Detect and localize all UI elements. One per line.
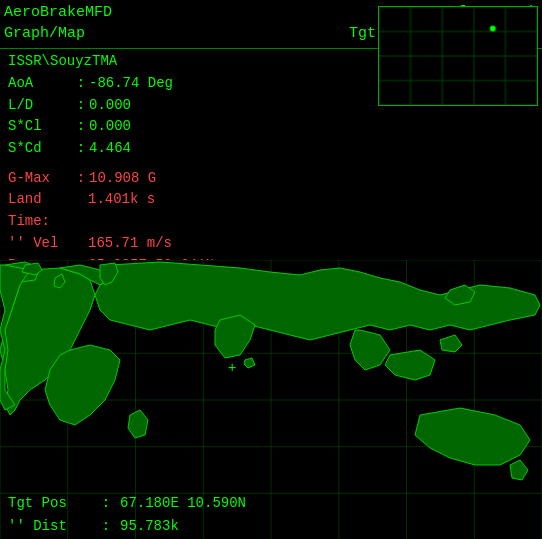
scl-value: 0.000: [89, 116, 131, 138]
tgt-pos-value: 67.180E 10.590N: [120, 492, 246, 514]
gmax-label: G-Max: [8, 168, 73, 190]
header-left: AeroBrakeMFD Graph/Map: [4, 2, 112, 44]
landtime-label: Land Time:: [8, 189, 88, 232]
aoa-value: -86.74 Deg: [89, 73, 173, 95]
tgt-pos-label: Tgt Pos: [8, 492, 98, 514]
graph-canvas: [379, 7, 537, 105]
vel-label: '' Vel: [8, 233, 88, 255]
scd-value: 4.464: [89, 138, 131, 160]
vel-row: '' Vel 165.71 m/s: [8, 233, 534, 255]
app-name: AeroBrakeMFD: [4, 2, 112, 23]
dist-row: '' Dist : 95.783k: [8, 515, 246, 537]
vel-value: 165.71 m/s: [88, 233, 172, 255]
tgt-label: Tgt: [349, 25, 376, 42]
tgt-pos-row: Tgt Pos : 67.180E 10.590N: [8, 492, 246, 514]
graph-panel: [378, 6, 538, 106]
dist-value: 95.783k: [120, 515, 179, 537]
landtime-value: 1.401k s: [88, 189, 155, 211]
landtime-row: Land Time: 1.401k s: [8, 189, 534, 232]
scd-row: S*Cd : 4.464: [8, 138, 534, 160]
screen: AeroBrakeMFD Graph/Map Ref Earth Tgt Soy…: [0, 0, 542, 539]
scl-label: S*Cl: [8, 116, 73, 138]
ld-value: 0.000: [89, 95, 131, 117]
scd-label: S*Cd: [8, 138, 73, 160]
mode-label: Graph/Map: [4, 23, 112, 44]
ld-label: L/D: [8, 95, 73, 117]
dist-label: '' Dist: [8, 515, 98, 537]
bottom-info: Tgt Pos : 67.180E 10.590N '' Dist : 95.7…: [8, 492, 246, 537]
gmax-row: G-Max : 10.908 G: [8, 168, 534, 190]
crosshair: +: [228, 360, 236, 376]
aoa-label: AoA: [8, 73, 73, 95]
gmax-value: 10.908 G: [89, 168, 156, 190]
scl-row: S*Cl : 0.000: [8, 116, 534, 138]
